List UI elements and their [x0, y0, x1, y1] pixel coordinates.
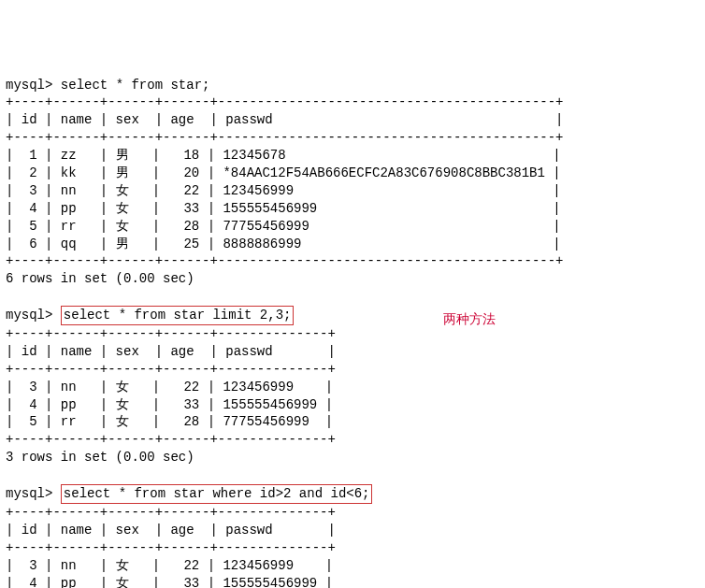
table3-row: | 3 | nn | 女 | 22 | 123456999 | [6, 558, 333, 573]
table1-sep: +----+------+------+------+-------------… [6, 130, 564, 145]
query-2-highlighted: select * from star limit 2,3; [61, 306, 295, 325]
table1-header: | id | name | sex | age | passwd | [6, 112, 564, 127]
table2-row: | 4 | pp | 女 | 33 | 155555456999 | [6, 397, 333, 412]
table3-row: | 4 | pp | 女 | 33 | 155555456999 | [6, 576, 333, 589]
mysql-prompt: mysql> [6, 486, 52, 501]
table3-sep: +----+------+------+------+-------------… [6, 505, 336, 520]
table1-sep: +----+------+------+------+-------------… [6, 253, 564, 268]
table2-row: | 5 | rr | 女 | 28 | 77755456999 | [6, 414, 333, 429]
table2-sep: +----+------+------+------+-------------… [6, 326, 336, 341]
mysql-prompt: mysql> [6, 308, 52, 323]
table2-sep: +----+------+------+------+-------------… [6, 362, 336, 377]
table1-sep: +----+------+------+------+-------------… [6, 94, 564, 109]
table1-row: | 5 | rr | 女 | 28 | 77755456999 | [6, 219, 561, 234]
terminal-output: mysql> select * from star; +----+------+… [6, 77, 699, 588]
annotation-two-methods: 两种方法 [443, 310, 496, 328]
table1-footer: 6 rows in set (0.00 sec) [6, 271, 194, 286]
table2-sep: +----+------+------+------+-------------… [6, 432, 336, 447]
table1-row: | 6 | qq | 男 | 25 | 8888886999 | [6, 237, 561, 251]
query-1: select * from star; [61, 78, 210, 93]
table2-footer: 3 rows in set (0.00 sec) [6, 450, 194, 465]
table1-row: | 4 | pp | 女 | 33 | 155555456999 | [6, 201, 561, 216]
table3-sep: +----+------+------+------+-------------… [6, 540, 336, 555]
mysql-prompt: mysql> [6, 78, 52, 93]
table2-row: | 3 | nn | 女 | 22 | 123456999 | [6, 380, 333, 394]
table2-header: | id | name | sex | age | passwd | [6, 344, 336, 359]
query-3-highlighted: select * from star where id>2 and id<6; [61, 484, 373, 504]
table1-row: | 1 | zz | 男 | 18 | 12345678 | [6, 148, 561, 163]
table1-row: | 3 | nn | 女 | 22 | 123456999 | [6, 183, 561, 198]
table1-row: | 2 | kk | 男 | 20 | *84AAC12F54AB666ECFC… [6, 165, 561, 180]
table3-header: | id | name | sex | age | passwd | [6, 523, 336, 538]
